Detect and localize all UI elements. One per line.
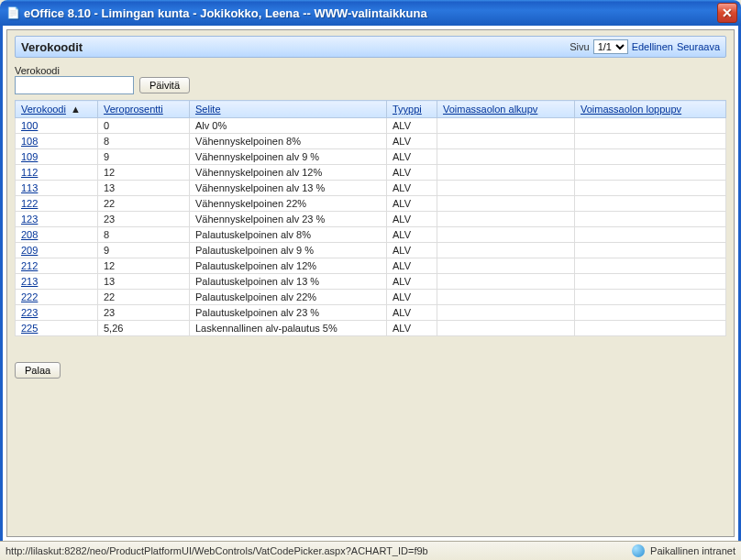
row-code-link[interactable]: 208 (21, 229, 38, 240)
table-row: 22323Palautuskelpoinen alv 23 %ALV (16, 305, 726, 321)
row-type: ALV (387, 258, 437, 274)
filter-row: Verokoodi Päivitä (15, 65, 726, 94)
row-alkupv (437, 118, 575, 134)
filter-label: Verokoodi (15, 65, 726, 76)
row-code-link[interactable]: 225 (21, 323, 38, 334)
table-row: 22222Palautuskelpoinen alv 22%ALV (16, 290, 726, 305)
verokoodit-table: Verokoodi ▲ Veroprosentti Selite Tyyppi … (15, 100, 726, 336)
table-row: 12222Vähennyskelpoinen 22%ALV (16, 196, 726, 212)
row-type: ALV (387, 196, 437, 212)
row-selite: Vähennyskelpoinen alv 13 % (190, 181, 387, 196)
row-code-link[interactable]: 112 (21, 167, 38, 178)
table-row: 1088Vähennyskelpoinen 8%ALV (16, 134, 726, 149)
row-type: ALV (387, 149, 437, 165)
row-selite: Palautuskelpoinen alv 22% (190, 290, 387, 305)
row-loppupv (575, 227, 726, 243)
col-verokoodi[interactable]: Verokoodi (21, 104, 66, 115)
row-code-link[interactable]: 122 (21, 198, 38, 209)
row-type: ALV (387, 118, 437, 134)
col-alkupv[interactable]: Voimassaolon alkupv (443, 104, 537, 115)
row-code-link[interactable]: 209 (21, 245, 38, 256)
row-selite: Palautuskelpoinen alv 12% (190, 258, 387, 274)
row-alkupv (437, 305, 575, 321)
row-code-link[interactable]: 212 (21, 260, 38, 271)
row-pct: 9 (98, 243, 190, 258)
row-pct: 8 (98, 227, 190, 243)
status-bar: http://lilaskut:8282/neo/ProductPlatform… (0, 541, 741, 560)
row-code-link[interactable]: 109 (21, 151, 38, 162)
row-selite: Alv 0% (190, 118, 387, 134)
status-zone: Paikallinen intranet (650, 545, 735, 556)
row-type: ALV (387, 243, 437, 258)
row-pct: 22 (98, 290, 190, 305)
row-pct: 12 (98, 165, 190, 181)
row-alkupv (437, 321, 575, 336)
page-select[interactable]: 1/1 (593, 39, 628, 54)
row-code-link[interactable]: 222 (21, 291, 38, 302)
verokoodi-input[interactable] (15, 76, 134, 94)
row-selite: Palautuskelpoinen alv 8% (190, 227, 387, 243)
panel-header: Verokoodit Sivu 1/1 Edellinen Seuraava (15, 36, 726, 58)
footer-bar: Palaa (15, 362, 726, 379)
panel-title: Verokoodit (21, 40, 570, 54)
row-code-link[interactable]: 123 (21, 214, 38, 225)
row-selite: Vähennyskelpoinen alv 9 % (190, 149, 387, 165)
row-loppupv (575, 181, 726, 196)
row-selite: Vähennyskelpoinen alv 12% (190, 165, 387, 181)
app-icon: 📄 (6, 5, 20, 20)
row-loppupv (575, 258, 726, 274)
row-type: ALV (387, 290, 437, 305)
row-pct: 5,26 (98, 321, 190, 336)
row-alkupv (437, 290, 575, 305)
col-selite[interactable]: Selite (195, 104, 221, 115)
row-pct: 0 (98, 118, 190, 134)
table-row: 1000Alv 0%ALV (16, 118, 726, 134)
close-button[interactable]: ✕ (717, 3, 737, 23)
row-pct: 23 (98, 212, 190, 227)
back-button[interactable]: Palaa (15, 362, 61, 379)
window-title: eOffice 8.10 - Limingan kunta - Jokikokk… (24, 6, 717, 20)
row-type: ALV (387, 181, 437, 196)
next-page-link[interactable]: Seuraava (677, 41, 720, 52)
row-selite: Palautuskelpoinen alv 23 % (190, 305, 387, 321)
row-alkupv (437, 196, 575, 212)
window-titlebar: 📄 eOffice 8.10 - Limingan kunta - Jokiko… (0, 0, 741, 26)
row-code-link[interactable]: 100 (21, 120, 38, 131)
row-alkupv (437, 258, 575, 274)
row-loppupv (575, 212, 726, 227)
row-pct: 8 (98, 134, 190, 149)
row-type: ALV (387, 165, 437, 181)
row-code-link[interactable]: 223 (21, 307, 38, 318)
refresh-button[interactable]: Päivitä (139, 77, 190, 93)
row-alkupv (437, 212, 575, 227)
row-loppupv (575, 149, 726, 165)
row-alkupv (437, 181, 575, 196)
row-pct: 13 (98, 274, 190, 290)
table-header-row: Verokoodi ▲ Veroprosentti Selite Tyyppi … (16, 101, 726, 118)
sort-asc-icon: ▲ (71, 104, 81, 115)
col-tyyppi[interactable]: Tyyppi (393, 104, 422, 115)
row-code-link[interactable]: 213 (21, 276, 38, 287)
row-alkupv (437, 227, 575, 243)
row-code-link[interactable]: 113 (21, 182, 38, 193)
row-loppupv (575, 134, 726, 149)
row-loppupv (575, 196, 726, 212)
col-loppupv[interactable]: Voimassaolon loppupv (581, 104, 681, 115)
row-alkupv (437, 149, 575, 165)
table-row: 2088Palautuskelpoinen alv 8%ALV (16, 227, 726, 243)
prev-page-link[interactable]: Edellinen (632, 41, 673, 52)
row-alkupv (437, 243, 575, 258)
globe-icon (632, 544, 645, 557)
row-alkupv (437, 165, 575, 181)
row-pct: 12 (98, 258, 190, 274)
col-veroprosentti[interactable]: Veroprosentti (104, 104, 163, 115)
row-pct: 22 (98, 196, 190, 212)
row-code-link[interactable]: 108 (21, 136, 38, 147)
row-selite: Palautuskelpoinen alv 13 % (190, 274, 387, 290)
row-type: ALV (387, 227, 437, 243)
row-loppupv (575, 243, 726, 258)
row-type: ALV (387, 212, 437, 227)
row-alkupv (437, 274, 575, 290)
row-loppupv (575, 118, 726, 134)
page-label: Sivu (570, 41, 589, 52)
